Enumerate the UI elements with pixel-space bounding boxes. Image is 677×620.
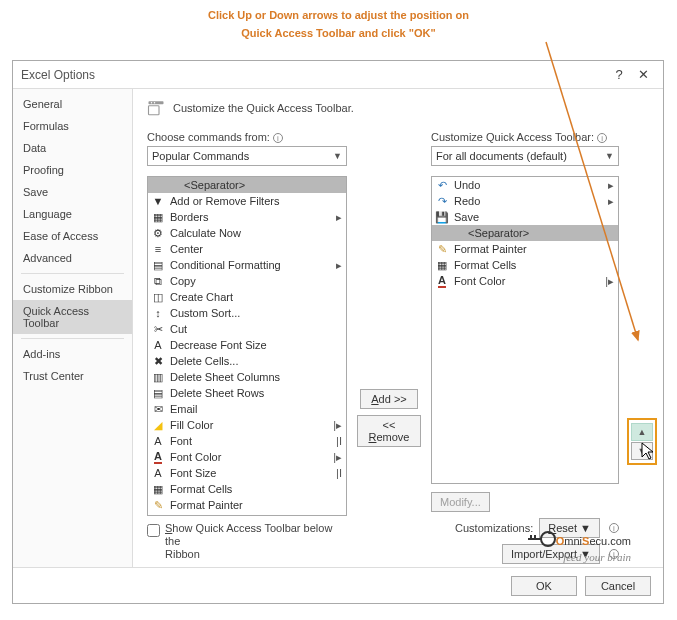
annotation-line2: Quick Access Toolbar and click "OK" (241, 27, 435, 39)
command-label: Email (170, 403, 344, 415)
chevron-down-icon: ▼ (605, 151, 614, 161)
command-item[interactable]: ◢Fill Color|▸ (148, 417, 346, 433)
command-item[interactable]: <Separator> (148, 177, 346, 193)
nav-item-formulas[interactable]: Formulas (13, 115, 132, 137)
command-label: Delete Sheet Rows (170, 387, 344, 399)
command-icon: A (150, 466, 166, 480)
instruction-annotation: Click Up or Down arrows to adjust the po… (0, 6, 677, 42)
move-down-button[interactable]: ▼ (631, 442, 653, 460)
info-icon[interactable]: i (609, 523, 619, 533)
command-label: Cut (170, 323, 344, 335)
nav-item-data[interactable]: Data (13, 137, 132, 159)
command-item[interactable]: ✎Format Painter (148, 497, 346, 513)
submenu-indicator: |▸ (605, 275, 614, 288)
import-export-button[interactable]: Import/Export ▼ (502, 544, 600, 564)
customizations-label: Customizations: (455, 522, 533, 534)
nav-item-save[interactable]: Save (13, 181, 132, 203)
command-item[interactable]: ⧉Copy (148, 273, 346, 289)
nav-item-add-ins[interactable]: Add-ins (13, 343, 132, 365)
command-item[interactable]: ▤Conditional Formatting▸ (148, 257, 346, 273)
nav-item-customize-ribbon[interactable]: Customize Ribbon (13, 278, 132, 300)
choose-commands-dropdown[interactable]: Popular Commands▼ (147, 146, 347, 166)
nav-item-proofing[interactable]: Proofing (13, 159, 132, 181)
command-label: Conditional Formatting (170, 259, 336, 271)
command-label: Delete Sheet Columns (170, 371, 344, 383)
command-item[interactable]: ADecrease Font Size (148, 337, 346, 353)
svg-point-4 (154, 102, 156, 104)
nav-separator (21, 273, 124, 274)
show-below-ribbon-checkbox[interactable] (147, 524, 160, 537)
command-item[interactable]: ✉Email (148, 401, 346, 417)
modify-button: Modify... (431, 492, 490, 512)
choose-commands-label: Choose commands from:i (147, 131, 347, 143)
command-item[interactable]: ↶Undo▸ (432, 177, 618, 193)
command-item[interactable]: ↷Redo▸ (432, 193, 618, 209)
info-icon[interactable]: i (609, 549, 619, 559)
nav-item-ease-of-access[interactable]: Ease of Access (13, 225, 132, 247)
command-item[interactable]: ▦Format Cells (148, 481, 346, 497)
close-button[interactable]: ✕ (631, 67, 655, 82)
command-icon: ✎ (434, 242, 450, 256)
cancel-button[interactable]: Cancel (585, 576, 651, 596)
command-label: Save (454, 211, 616, 223)
command-label: Font Size (170, 467, 336, 479)
command-icon: ↷ (434, 194, 450, 208)
command-icon: A (150, 434, 166, 448)
ok-button[interactable]: OK (511, 576, 577, 596)
command-item[interactable]: ▦Borders▸ (148, 209, 346, 225)
submenu-indicator: ▸ (336, 259, 342, 272)
nav-item-language[interactable]: Language (13, 203, 132, 225)
command-item[interactable]: AFont Size|I (148, 465, 346, 481)
command-item[interactable]: <Separator> (432, 225, 618, 241)
command-item[interactable]: 💾Save (432, 209, 618, 225)
dialog-footer: OK Cancel (13, 567, 663, 603)
command-icon: ▦ (434, 258, 450, 272)
help-button[interactable]: ? (607, 67, 631, 82)
customize-qat-dropdown[interactable]: For all documents (default)▼ (431, 146, 619, 166)
command-label: <Separator> (170, 179, 344, 191)
nav-separator (21, 338, 124, 339)
command-label: Calculate Now (170, 227, 344, 239)
nav-item-trust-center[interactable]: Trust Center (13, 365, 132, 387)
command-icon (434, 226, 450, 240)
command-icon: ▦ (150, 482, 166, 496)
command-item[interactable]: ▼Add or Remove Filters (148, 193, 346, 209)
qat-commands-listbox[interactable]: ↶Undo▸↷Redo▸💾Save<Separator>✎Format Pain… (431, 176, 619, 484)
command-item[interactable]: ▥Delete Sheet Columns (148, 369, 346, 385)
command-item[interactable]: ▤Delete Sheet Rows (148, 385, 346, 401)
nav-item-advanced[interactable]: Advanced (13, 247, 132, 269)
command-label: Custom Sort... (170, 307, 344, 319)
move-up-button[interactable]: ▲ (631, 423, 653, 441)
command-label: <Separator> (454, 227, 616, 239)
command-item[interactable]: ✖Delete Cells... (148, 353, 346, 369)
command-item[interactable]: AFont|I (148, 433, 346, 449)
info-icon[interactable]: i (273, 133, 283, 143)
command-item[interactable]: ▦Format Cells (432, 257, 618, 273)
command-item[interactable]: AFont Color|▸ (432, 273, 618, 289)
command-icon: A (434, 274, 450, 288)
info-icon[interactable]: i (597, 133, 607, 143)
command-item[interactable]: AFont Color|▸ (148, 449, 346, 465)
titlebar: Excel Options ? ✕ (13, 61, 663, 89)
command-label: Fill Color (170, 419, 333, 431)
add-button[interactable]: Add >> (360, 389, 418, 409)
reset-button[interactable]: Reset ▼ (539, 518, 600, 538)
command-label: Font Color (170, 451, 333, 463)
command-item[interactable]: ◫Create Chart (148, 289, 346, 305)
command-item[interactable]: ▦Freeze Panes▸ (148, 513, 346, 515)
available-commands-listbox[interactable]: <Separator>▼Add or Remove Filters▦Border… (147, 176, 347, 516)
reorder-buttons-highlight: ▲ ▼ (627, 418, 657, 465)
command-item[interactable]: ≡Center (148, 241, 346, 257)
nav-item-general[interactable]: General (13, 93, 132, 115)
command-item[interactable]: ✎Format Painter (432, 241, 618, 257)
command-item[interactable]: ⚙Calculate Now (148, 225, 346, 241)
command-item[interactable]: ✂Cut (148, 321, 346, 337)
submenu-indicator: |I (336, 435, 342, 447)
remove-button[interactable]: << Remove (357, 415, 421, 447)
submenu-indicator: |I (336, 467, 342, 479)
command-icon: ⚙ (150, 226, 166, 240)
command-icon: ↶ (434, 178, 450, 192)
command-item[interactable]: ↕Custom Sort... (148, 305, 346, 321)
customize-qat-label: Customize Quick Access Toolbar:i (431, 131, 619, 143)
nav-item-quick-access-toolbar[interactable]: Quick Access Toolbar (13, 300, 132, 334)
